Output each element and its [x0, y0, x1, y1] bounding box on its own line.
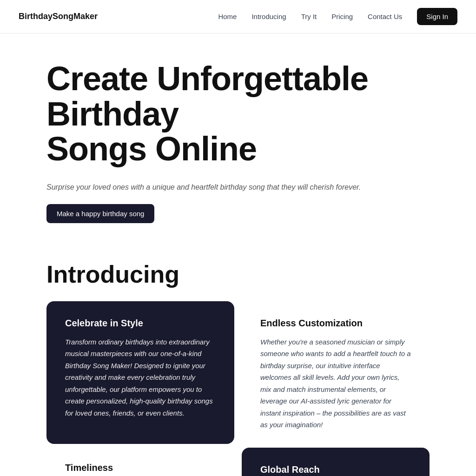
hero-title-line2: Songs Online — [46, 130, 257, 167]
nav-pricing[interactable]: Pricing — [331, 13, 353, 20]
card-timeliness-title: Timeliness — [65, 463, 219, 473]
nav-contact[interactable]: Contact Us — [368, 13, 402, 20]
hero-title-line1: Create Unforgettable Birthday — [46, 60, 368, 132]
nav-home[interactable]: Home — [218, 13, 237, 20]
card-celebrate: Celebrate in Style Transform ordinary bi… — [46, 301, 234, 444]
card-celebrate-text: Transform ordinary birthdays into extrao… — [65, 336, 216, 419]
hero-subtitle: Surprise your loved ones with a unique a… — [46, 182, 430, 193]
hero-section: Create Unforgettable Birthday Songs Onli… — [0, 33, 476, 242]
brand-logo: BirthdaySongMaker — [19, 12, 98, 21]
card-timeliness: Timeliness Need a last-minute birthday s… — [46, 448, 238, 476]
card-celebrate-title: Celebrate in Style — [65, 318, 216, 329]
card-customization-text: Whether you're a seasoned musician or si… — [260, 336, 411, 431]
nav-links: Home Introducing Try It Pricing Contact … — [218, 8, 457, 25]
hero-title: Create Unforgettable Birthday Songs Onli… — [46, 61, 430, 167]
signin-button[interactable]: Sign In — [417, 8, 457, 25]
introducing-title: Introducing — [46, 260, 430, 288]
card-global-title: Global Reach — [260, 464, 411, 475]
card-customization-title: Endless Customization — [260, 318, 411, 329]
nav-introducing[interactable]: Introducing — [251, 13, 286, 20]
card-customization: Endless Customization Whether you're a s… — [238, 301, 430, 448]
introducing-section: Introducing Celebrate in Style Transform… — [0, 242, 476, 476]
card-global: Global Reach With support for multiple l… — [242, 448, 430, 476]
nav-try-it[interactable]: Try It — [301, 13, 317, 20]
navbar: BirthdaySongMaker Home Introducing Try I… — [0, 0, 476, 33]
cta-button[interactable]: Make a happy birthday song — [46, 204, 154, 223]
cards-grid: Celebrate in Style Transform ordinary bi… — [46, 301, 430, 476]
